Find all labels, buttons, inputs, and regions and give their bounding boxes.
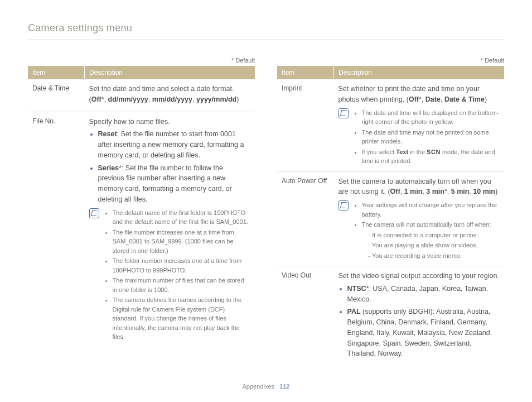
row-file-no: File No. Specify how to name files. Rese… [28, 112, 255, 347]
apo-n2-text: The camera will not automatically turn o… [362, 221, 491, 228]
vo-pal-text: (supports only BDGHI): Australia, Austri… [347, 308, 492, 357]
desc-imprint: Set whether to print the date and time o… [334, 79, 505, 171]
th-item: Item [28, 66, 85, 79]
apo-notes: Your settings will not change after you … [353, 200, 500, 261]
dt-paren-close: ) [236, 95, 239, 103]
dt-s2: , [148, 95, 152, 103]
im-s2: , [441, 95, 444, 103]
dt-o2: dd/mm/yyyy [108, 95, 148, 103]
apo-10: 10 min [473, 188, 495, 195]
imprint-note-block: The date and time will be displayed on t… [338, 108, 500, 167]
vo-ntsc: NTSC*: USA, Canada, Japan, Korea, Taiwan… [347, 284, 500, 305]
page-footer: Appendixes 112 [0, 383, 532, 390]
fn-n3: The folder number increases one at a tim… [113, 256, 251, 275]
dt-s1: *, [101, 95, 108, 103]
table-header-row: Item Description [28, 66, 255, 79]
page-title: Camera settings menu [28, 22, 504, 40]
im-s1: *, [419, 95, 425, 103]
default-marker-left: * Default [28, 57, 255, 64]
apo-sublist: It is connected to a computer or printer… [362, 231, 500, 261]
dt-o4: yyyy/mm/dd [196, 95, 236, 103]
im-n3t: Text [396, 149, 408, 155]
settings-table-left: Item Description Date & Time Set the dat… [28, 66, 255, 347]
manual-page: Camera settings menu * Default Item Desc… [0, 0, 532, 402]
default-marker-right: * Default [277, 57, 504, 64]
item-video-out: Video Out [277, 266, 334, 366]
row-video-out: Video Out Set the video signal output ac… [277, 266, 504, 366]
im-dt: Date & Time [444, 95, 485, 103]
fn-note-block: The default name of the first folder is … [89, 208, 251, 343]
note-icon [338, 108, 349, 118]
vo-options: NTSC*: USA, Canada, Japan, Korea, Taiwan… [338, 284, 500, 359]
apo-s3: *, [444, 188, 451, 195]
date-time-text: Set the date and time and select a date … [89, 84, 251, 105]
item-imprint: Imprint [277, 79, 334, 171]
fn-options: Reset: Set the file number to start from… [89, 129, 251, 204]
imprint-text: Set whether to print the date and time o… [338, 84, 500, 105]
apo-3: 3 min [426, 188, 444, 195]
th-description: Description [334, 66, 505, 79]
fn-series-label: Series [98, 164, 119, 172]
left-column: * Default Item Description Date & Time S… [28, 57, 255, 366]
desc-video-out: Set the video signal output according to… [334, 266, 505, 366]
vo-intro: Set the video signal output according to… [338, 271, 500, 281]
apo-sub1: It is connected to a computer or printer… [369, 231, 500, 240]
vo-pal-label: PAL [347, 308, 361, 315]
vo-ntsc-text: *: USA, Canada, Japan, Korea, Taiwan, Me… [347, 285, 489, 303]
fn-n4: The maximum number of files that can be … [113, 276, 251, 294]
fn-intro: Specify how to name files. [89, 117, 251, 127]
th-description: Description [85, 66, 255, 79]
note-icon [89, 208, 99, 218]
apo-sub3: You are recording a voice memo. [369, 251, 500, 261]
apo-off: Off [390, 188, 400, 195]
note-icon [338, 200, 349, 210]
dt-o3: mm/dd/yyyy [152, 95, 192, 103]
desc-auto-power-off: Set the camera to automatically turn off… [334, 171, 505, 266]
apo-n2: The camera will not automatically turn o… [362, 220, 500, 260]
item-auto-power-off: Auto Power Off [277, 171, 334, 266]
fn-series: Series*: Set the file number to follow t… [98, 163, 251, 205]
row-imprint: Imprint Set whether to print the date an… [277, 79, 504, 171]
im-n3a: If you select [362, 149, 396, 155]
settings-table-right: Item Description Imprint Set whether to … [277, 66, 504, 366]
fn-n2: The file number increases one at a time … [113, 228, 251, 256]
im-n2: The date and time may not be printed on … [362, 128, 500, 146]
footer-chapter: Appendixes [243, 383, 275, 390]
vo-ntsc-label: NTSC [347, 285, 366, 293]
content-columns: * Default Item Description Date & Time S… [28, 57, 504, 366]
apo-note-block: Your settings will not change after you … [338, 200, 500, 261]
apo-1: 1 min [404, 188, 423, 195]
im-off: Off [409, 95, 419, 103]
table-header-row: Item Description [277, 66, 504, 79]
apo-s1: , [400, 188, 404, 195]
apo-b: ) [495, 188, 497, 195]
row-auto-power-off: Auto Power Off Set the camera to automat… [277, 171, 504, 266]
apo-sub2: You are playing a slide show or videos. [369, 241, 500, 250]
apo-5: 5 min [451, 188, 470, 195]
dt-intro: Set the date and time and select a date … [89, 85, 234, 93]
fn-reset-label: Reset [98, 130, 117, 138]
dt-off: Off [91, 95, 101, 103]
item-date-time: Date & Time [28, 79, 85, 112]
im-n3b: in the [408, 149, 427, 155]
footer-page-number: 112 [279, 383, 289, 390]
apo-n1: Your settings will not change after you … [362, 200, 500, 219]
row-date-time: Date & Time Set the date and time and se… [28, 79, 255, 112]
item-file-no: File No. [28, 112, 85, 347]
fn-reset: Reset: Set the file number to start from… [98, 129, 251, 160]
fn-notes: The default name of the first folder is … [104, 208, 251, 343]
th-item: Item [277, 66, 334, 79]
fn-reset-text: : Set the file number to start from 0001… [98, 130, 244, 159]
fn-n5: The camera defines file names according … [113, 295, 251, 342]
im-n1: The date and time will be displayed on t… [362, 108, 500, 127]
im-date: Date [425, 95, 441, 103]
desc-file-no: Specify how to name files. Reset: Set th… [85, 112, 255, 347]
im-b: ) [485, 95, 487, 103]
apo-text: Set the camera to automatically turn off… [338, 176, 500, 198]
im-n3scn: SCN [427, 149, 441, 155]
right-column: * Default Item Description Imprint Set w… [277, 57, 504, 366]
dt-s3: , [192, 95, 196, 103]
desc-date-time: Set the date and time and select a date … [85, 79, 255, 112]
imprint-notes: The date and time will be displayed on t… [353, 108, 500, 167]
fn-n1: The default name of the first folder is … [113, 208, 251, 227]
